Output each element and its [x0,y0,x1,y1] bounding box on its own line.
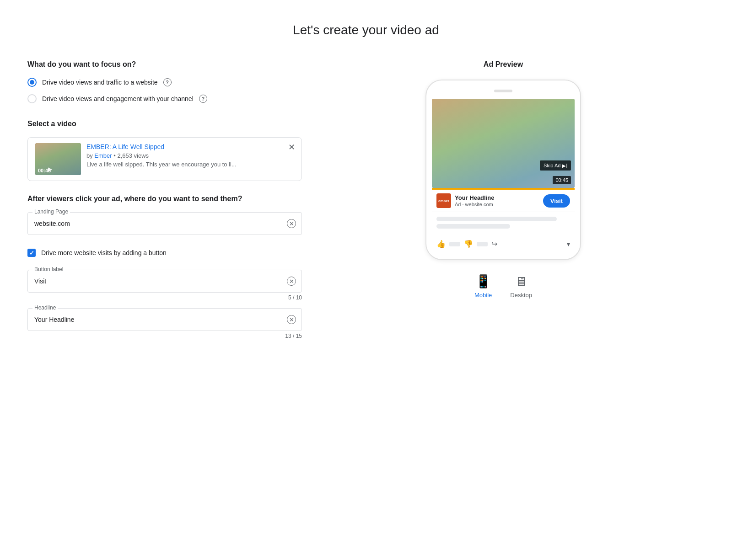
radio-channel-label: Drive video views and engagement with yo… [42,95,194,102]
video-remove-button[interactable]: ✕ [287,142,296,152]
skip-ad-label: Skip Ad [544,163,560,168]
thumbs-down-count [477,242,488,246]
page-title: Let's create your video ad [0,18,732,37]
skip-arrow-icon: ▶| [562,163,567,168]
video-description: Live a life well sipped. This year we en… [86,161,294,168]
focus-heading: What do you want to focus on? [27,60,302,69]
phone-actions: 👍 👎 ↪ ▾ [432,236,575,250]
skeleton-line-2 [436,224,510,229]
right-column: Ad Preview Skip Ad ▶| 00:45 ember [302,60,705,299]
ember-logo: ember [436,193,451,208]
button-label-clear-button[interactable]: ✕ [287,277,296,286]
visit-button-preview[interactable]: Visit [543,194,570,208]
radio-website-label: Drive video views and traffic to a websi… [42,79,158,86]
headline-label: Headline [32,304,58,311]
checkbox-label: Drive more website visits by adding a bu… [41,249,167,256]
button-label-field-wrapper: Button label ✕ [27,270,302,293]
radio-option-website[interactable]: Drive video views and traffic to a websi… [27,78,302,87]
video-views-count: 2,653 views [117,152,149,159]
mobile-label: Mobile [474,292,492,299]
checkbox-section: ✓ Drive more website visits by adding a … [27,249,302,257]
main-layout: What do you want to focus on? Drive vide… [0,60,732,347]
device-toggle: 📱 Mobile 🖥 Desktop [474,274,532,299]
radio-channel-circle[interactable] [27,94,37,103]
phone-video-time: 00:45 [553,176,571,184]
video-section: Select a video 00:45 EMBER: A Life Well … [27,120,302,181]
ad-headline-preview: Your Headline [455,194,539,202]
button-label-label: Button label [32,266,65,272]
landing-page-input[interactable] [28,213,301,235]
button-label-clear-icon: ✕ [287,277,296,286]
headline-clear-button[interactable]: ✕ [287,315,296,324]
video-card: 00:45 EMBER: A Life Well Sipped by Ember… [27,137,302,181]
landing-page-label: Landing Page [32,208,70,215]
button-label-section: Button label ✕ 5 / 10 [27,270,302,301]
radio-website-circle[interactable] [27,78,37,87]
video-channel[interactable]: Ember [94,152,112,159]
ad-preview-label: Ad Preview [484,60,523,69]
landing-page-field-wrapper: Landing Page ✕ [27,212,302,235]
desktop-icon: 🖥 [515,274,527,289]
radio-option-channel[interactable]: Drive video views and engagement with yo… [27,94,302,103]
focus-section: What do you want to focus on? Drive vide… [27,60,302,103]
ad-url-preview: Ad · website.com [455,202,539,207]
share-icon[interactable]: ↪ [491,240,497,248]
thumbs-up-icon[interactable]: 👍 [436,240,446,248]
phone-content-area [432,212,575,236]
landing-question: After viewers click your ad, where do yo… [27,195,302,203]
video-title[interactable]: EMBER: A Life Well Sipped [86,143,294,150]
video-section-heading: Select a video [27,120,302,128]
chevron-down-icon: ▾ [567,240,570,248]
phone-video-area: Skip Ad ▶| 00:45 [432,99,575,188]
video-info: EMBER: A Life Well Sipped by Ember • 2,6… [86,143,294,168]
phone-mockup: Skip Ad ▶| 00:45 ember Your Headline Ad … [425,80,581,260]
checkbox-box[interactable]: ✓ [27,249,36,257]
video-meta: by Ember • 2,653 views [86,152,294,159]
video-thumbnail: 00:45 [35,143,81,175]
button-label-input[interactable] [28,270,301,292]
desktop-device-option[interactable]: 🖥 Desktop [510,274,532,299]
ad-info: Your Headline Ad · website.com [455,194,539,208]
video-duration: 00:45 [38,168,51,173]
checkbox-check-icon: ✓ [29,250,34,256]
button-label-char-count: 5 / 10 [27,294,302,301]
page-container: Let's create your video ad What do you w… [0,0,732,560]
left-column: What do you want to focus on? Drive vide… [27,60,302,347]
landing-clear-icon: ✕ [287,219,296,228]
landing-page-clear-button[interactable]: ✕ [287,219,296,228]
headline-field-wrapper: Headline ✕ [27,308,302,331]
thumbs-up-count [449,242,460,246]
thumbs-down-icon[interactable]: 👎 [464,240,473,248]
channel-help-icon[interactable]: ? [199,95,207,103]
headline-section: Headline ✕ 13 / 15 [27,308,302,339]
ember-logo-text: ember [438,199,449,203]
phone-dropdown[interactable]: ▾ [567,240,570,248]
phone-video-person [432,99,575,188]
headline-clear-icon: ✕ [287,315,296,324]
mobile-icon: 📱 [475,274,491,289]
phone-ad-bar: ember Your Headline Ad · website.com Vis… [432,190,575,212]
headline-char-count: 13 / 15 [27,333,302,339]
checkbox-row[interactable]: ✓ Drive more website visits by adding a … [27,249,302,257]
mobile-device-option[interactable]: 📱 Mobile [474,274,492,299]
phone-speaker [494,90,512,92]
headline-input[interactable] [28,309,301,331]
skip-ad-button[interactable]: Skip Ad ▶| [540,160,571,171]
desktop-label: Desktop [510,292,532,299]
website-help-icon[interactable]: ? [163,78,172,86]
landing-section: After viewers click your ad, where do yo… [27,195,302,235]
skeleton-line-1 [436,217,557,221]
